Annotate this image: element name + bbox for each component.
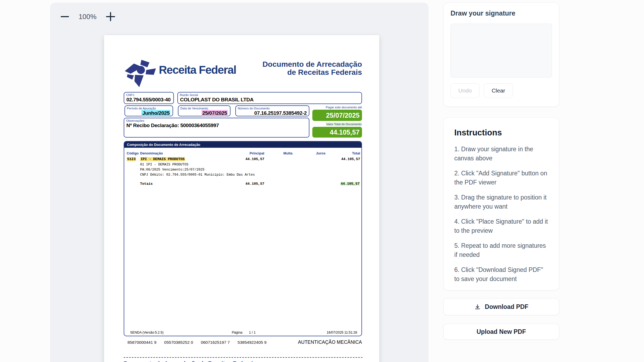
page-label: Página: [232,331,243,334]
col-denominacao: Denominação [140,151,229,155]
instruction-step: 6. Click "Download Signed PDF" to save y… [454,265,548,283]
instruction-step: 1. Draw your signature in the canvas abo… [454,145,548,163]
pdf-viewer-panel: 100% Receita Federal Documento de [50,3,429,362]
totals-principal: 44.105,57 [229,182,264,186]
barcode-code: 06071625197 7 [201,340,230,345]
pagar-ate-value: 25/07/2025 [312,110,362,121]
clear-button[interactable]: Clear [484,83,513,98]
observacoes-label: Observações [124,118,309,123]
barcode-code: 85870000441 9 [127,340,156,345]
download-pdf-label: Download PDF [485,303,528,311]
document-footer: SENDA (Versão:5.2.5) Página: 1 / 1 16/07… [130,331,357,334]
zoom-level: 100% [79,13,97,21]
document-title-line1: Documento de Arrecadação [262,60,362,68]
observacoes-field: Observações Nº Recibo Declaração: 500003… [124,118,309,138]
data-vencimento-field: Data de Vencimento 25/07/2025 [178,105,230,116]
col-total: Total [325,151,360,155]
instruction-step: 2. Click "Add Signature" button on the P… [454,169,548,187]
periodo-apuracao-value: Junho/2025 [125,110,173,116]
signature-canvas[interactable] [451,24,552,77]
pagar-ate-label: Pagar este documento até [312,106,362,109]
barcode-codes: 85870000441 9 05570385252 0 06071625197 … [127,340,266,345]
pdf-page: Receita Federal Documento de Arrecadação… [104,35,379,362]
numero-documento-value: 07.16.25197.5385492-2 [236,110,309,116]
totals-row: Totais 44.105,57 44.105,57 [127,182,360,186]
row-juros [292,157,325,161]
row-detail-line: CNPJ Débito: 02.794.555/0005-01 Municípi… [140,173,255,177]
generated-timestamp: 16/07/2025 11:51:28 [255,331,357,334]
numero-documento-label: Número do Documento [236,106,309,110]
autenticacao-mecanica-label: AUTENTICAÇÃO MECÂNICA [298,339,362,345]
row-detail-line: 01 IPI - DEMAIS PRODUTOS [140,163,188,167]
signature-card-title: Draw your signature [451,9,552,17]
minus-icon [61,16,69,17]
download-pdf-button[interactable]: Download PDF [443,298,559,315]
totals-label: Totais [140,182,229,186]
barcode-auth-row: 85870000441 9 05570385252 0 06071625197 … [127,339,362,345]
receita-federal-logo-icon [124,58,158,88]
instructions-title: Instructions [454,128,548,138]
signature-card: Draw your signature Undo Clear [443,3,559,107]
data-vencimento-label: Data de Vencimento [178,106,230,110]
cut-line-separator [124,357,363,358]
upload-new-pdf-button[interactable]: Upload New PDF [443,324,559,340]
col-multa: Multa [264,151,292,155]
zoom-controls: 100% [59,11,116,23]
upload-new-pdf-label: Upload New PDF [477,328,526,335]
razao-social-field: Razão Social COLOPLAST DO BRASIL LTDA [177,92,362,104]
table-row: 5123 IPI - DEMAIS PRODUTOS 44.105,57 44.… [127,157,360,161]
app: 100% Receita Federal Documento de [0,0,644,362]
cnpj-value: 02.794.555/0003-40 [124,97,173,103]
instruction-step: 5. Repeat to add more signatures if need… [454,241,548,259]
instruction-step: 3. Drag the signature to position it any… [454,193,548,211]
composicao-section-title: Composição do Documento de Arrecadação [124,142,361,148]
cnpj-label: CNPJ [124,93,173,97]
numero-documento-field: Número do Documento 07.16.25197.5385492-… [235,105,309,116]
composicao-box: Composição do Documento de Arrecadação C… [124,141,362,336]
app-version: SENDA (Versão:5.2.5) [130,331,232,334]
row-detail-line: PA:06/2025 Vencimento:25/07/2025 [140,168,204,172]
data-vencimento-value: 25/07/2025 [178,110,230,116]
observacoes-value: Nº Recibo Declaração: 50000364055997 [124,123,309,128]
periodo-apuracao-label: Período de Apuração [125,106,173,110]
instruction-step: 4. Click "Place Signature" to add it to … [454,217,548,235]
row-principal: 44.105,57 [229,157,264,161]
row-multa [264,157,292,161]
document-title: Documento de Arrecadação de Receitas Fed… [262,60,362,76]
barcode-code: 53854922405 9 [237,340,266,345]
cnpj-field: CNPJ 02.794.555/0003-40 [124,92,174,104]
row-codigo: 5123 [127,157,140,161]
document-title-line2: de Receitas Federais [262,68,362,76]
receita-federal-wordmark: Receita Federal [159,64,236,76]
instructions-card: Instructions 1. Draw your signature in t… [443,117,559,290]
valor-total-label: Valor Total do Documento [312,123,362,126]
next-section-title: Documento de Arrecadação de Receitas Fed… [124,360,256,362]
col-principal: Principal [229,151,264,155]
zoom-in-button[interactable] [105,11,116,23]
valor-total-value: 44.105,57 [312,127,362,138]
page-value: 1 / 1 [249,331,255,334]
totals-total: 44.105,57 [325,182,360,186]
undo-button[interactable]: Undo [451,83,480,98]
signature-actions: Undo Clear [451,83,552,98]
periodo-apuracao-field: Período de Apuração Junho/2025 [125,105,173,116]
download-icon [474,304,481,310]
page-indicator: Página: 1 / 1 [232,331,256,334]
row-denominacao: IPI - DEMAIS PRODUTOS [140,157,229,161]
col-juros: Juros [292,151,325,155]
zoom-out-button[interactable] [59,11,71,23]
table-header-row: Código Denominação Principal Multa Juros… [127,151,360,155]
plus-icon [106,12,115,21]
razao-social-value: COLOPLAST DO BRASIL LTDA [178,97,361,103]
col-codigo: Código [127,151,140,155]
razao-social-label: Razão Social [178,93,361,97]
barcode-code: 05570385252 0 [164,340,193,345]
row-total: 44.105,57 [325,157,360,161]
